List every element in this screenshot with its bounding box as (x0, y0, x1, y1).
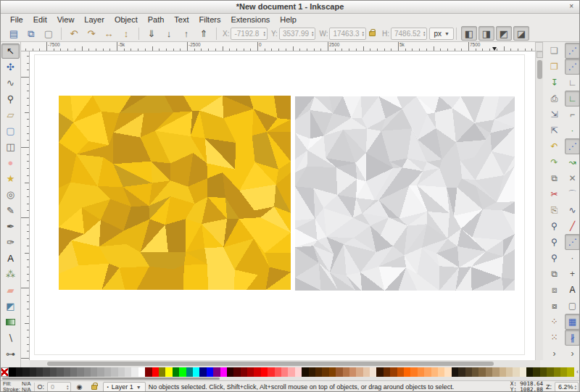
menu-layer[interactable]: Layer (79, 14, 109, 25)
open-document-button[interactable]: ❐ (547, 59, 562, 75)
menu-extensions[interactable]: Extensions (225, 14, 275, 25)
vscroll-thumb[interactable] (537, 60, 542, 79)
palette-swatch[interactable] (233, 367, 240, 377)
palette-swatch[interactable] (43, 367, 49, 377)
palette-swatch[interactable] (500, 367, 506, 377)
palette-swatch[interactable] (547, 367, 553, 377)
current-layer-dropdown[interactable]: ▪ Layer 1 ▼ (103, 382, 146, 392)
flip-vertical-button[interactable]: ↕ (118, 26, 134, 41)
palette-swatch[interactable] (125, 367, 131, 377)
snap-rotation-centers-button[interactable]: + (565, 266, 580, 282)
menu-edit[interactable]: Edit (28, 14, 52, 25)
box3d-tool-button[interactable]: ◫ (1, 139, 20, 154)
x-field[interactable]: -7192.8▴▾ (231, 28, 268, 40)
palette-swatch[interactable] (241, 367, 247, 377)
height-field[interactable]: 7486.52▴▾ (391, 28, 428, 40)
palette-swatch[interactable] (186, 367, 193, 377)
snap-bbox-centers-button[interactable]: ∙ (565, 122, 580, 138)
palette-swatch[interactable] (506, 367, 513, 377)
palette-swatch[interactable] (492, 367, 499, 377)
palette-swatch[interactable] (36, 367, 43, 377)
palette-swatch[interactable] (261, 367, 268, 377)
transform-dialog-button[interactable]: ⁘ (547, 314, 562, 330)
palette-swatch[interactable] (213, 367, 220, 377)
palette-swatch[interactable] (322, 367, 328, 377)
spray-tool-button[interactable]: ⁂ (1, 267, 20, 282)
palette-swatch[interactable] (363, 367, 370, 377)
palette-swatch[interactable] (452, 367, 458, 377)
spiral-tool-button[interactable]: ◎ (1, 187, 20, 202)
opacity-field[interactable]: 0▴▾ (47, 382, 71, 392)
palette-swatch[interactable] (520, 367, 526, 377)
palette-swatch[interactable] (370, 367, 376, 377)
palette-swatch[interactable] (540, 367, 547, 377)
deselect-button[interactable]: ▢ (41, 26, 57, 41)
zoom-tool-button[interactable]: ⚲ (1, 91, 20, 107)
ruler-corner-button[interactable] (535, 42, 543, 51)
paste-button[interactable]: ⎘ (547, 202, 562, 218)
palette-swatch[interactable] (567, 367, 573, 377)
palette-swatch[interactable] (384, 367, 390, 377)
palette-swatch[interactable] (173, 367, 179, 377)
palette-swatch[interactable] (152, 367, 159, 377)
snap-cusp-nodes-button[interactable]: ⌒ (565, 186, 580, 202)
unlink-clone-button[interactable]: ⧇ (547, 298, 562, 314)
palette-swatch[interactable] (268, 367, 274, 377)
spinner-arrows[interactable]: ▴▾ (67, 384, 69, 390)
spinner-arrows[interactable]: ▴▾ (574, 384, 576, 390)
spinner-arrows[interactable]: ▴▾ (423, 30, 426, 36)
rectangle-tool-button[interactable]: ▢ (1, 123, 20, 138)
menu-help[interactable]: Help (275, 14, 302, 25)
drawing-canvas[interactable] (30, 51, 535, 360)
snap-grid-button[interactable]: ▦ (565, 314, 580, 330)
palette-swatch[interactable] (254, 367, 260, 377)
menu-file[interactable]: File (5, 14, 28, 25)
palette-swatch[interactable] (444, 367, 451, 377)
palette-swatch[interactable] (554, 367, 560, 377)
text-tool-button[interactable]: A (1, 251, 20, 266)
palette-swatch[interactable] (22, 367, 29, 377)
palette-swatch[interactable] (275, 367, 281, 377)
palette-swatch[interactable] (16, 367, 22, 377)
dropper-tool-button[interactable]: ∖ (1, 330, 20, 346)
vertical-ruler[interactable] (21, 51, 30, 360)
palette-swatch[interactable] (9, 367, 15, 377)
palette-swatch[interactable] (179, 367, 186, 377)
palette-swatch[interactable] (104, 367, 111, 377)
zoom-selection-button[interactable]: ⚲ (547, 218, 562, 234)
duplicate-button[interactable]: ⧉ (547, 266, 562, 282)
snap-bbox-edges-button[interactable]: ∟ (565, 75, 580, 91)
horizontal-ruler[interactable]: -7500-5k-2500025005k7500 (21, 42, 535, 51)
palette-swatch[interactable] (560, 367, 567, 377)
pencil-tool-button[interactable]: ✎ (1, 203, 20, 218)
menu-view[interactable]: View (52, 14, 80, 25)
palette-swatch[interactable] (97, 367, 104, 377)
select-all-button[interactable]: ▤ (6, 26, 22, 41)
close-button[interactable]: × (569, 2, 573, 10)
snap-smooth-nodes-button[interactable]: ∿ (565, 202, 580, 218)
palette-swatch[interactable] (199, 367, 206, 377)
export-document-button[interactable]: ⇱ (547, 122, 562, 138)
palette-swatch[interactable] (118, 367, 125, 377)
pen-tool-button[interactable]: ✒ (1, 219, 20, 234)
palette-swatch[interactable] (57, 367, 63, 377)
horizontal-scrollbar[interactable] (30, 360, 540, 367)
palette-swatch[interactable] (458, 367, 465, 377)
palette-swatch[interactable] (329, 367, 336, 377)
gray-lowpoly-image[interactable] (295, 96, 515, 291)
palette-swatch[interactable] (465, 367, 472, 377)
palette-swatch[interactable] (281, 367, 288, 377)
palette-swatch[interactable] (513, 367, 519, 377)
palette-scroll-arrow[interactable]: ‹ (574, 367, 580, 377)
lower-button[interactable]: ↓ (161, 26, 177, 41)
palette-swatch[interactable] (526, 367, 533, 377)
rotate-cw-button[interactable]: ↷ (83, 26, 99, 41)
palette-scroll-thumb[interactable] (2, 378, 220, 380)
palette-swatch[interactable] (220, 367, 227, 377)
palette-swatch[interactable] (431, 367, 438, 377)
palette-swatch[interactable] (315, 367, 322, 377)
palette-swatch-none[interactable] (1, 367, 9, 377)
fill-stroke-indicator[interactable]: Fill: N/A Stroke: N/A (3, 381, 31, 392)
width-field[interactable]: 17463.3▴▾ (329, 28, 366, 40)
selector-tool-button[interactable]: ↖ (1, 43, 20, 59)
